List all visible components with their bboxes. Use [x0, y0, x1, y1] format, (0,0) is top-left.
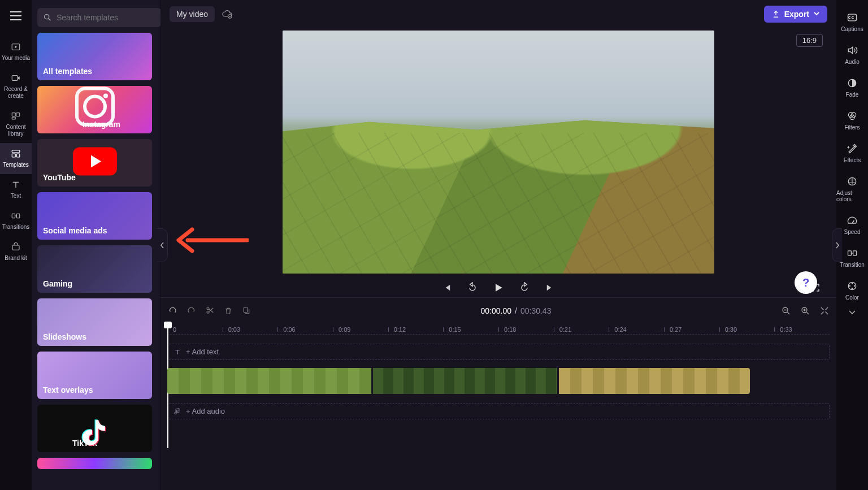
audio-track[interactable]: + Add audio [167, 403, 830, 419]
tick: 0:06 [277, 326, 333, 333]
youtube-icon [73, 148, 117, 176]
brandkit-icon [11, 242, 21, 252]
tool-adjust-colors[interactable]: Adjust colors [836, 170, 868, 209]
player-controls [160, 274, 836, 297]
zoom-in-button[interactable] [800, 306, 810, 316]
help-button[interactable]: ? [795, 271, 817, 294]
export-button[interactable]: Export [764, 6, 827, 23]
time-sep: / [515, 306, 517, 315]
fit-icon [819, 306, 830, 316]
skip-end-button[interactable] [545, 283, 555, 293]
tool-color[interactable]: Color [836, 274, 868, 307]
tool-captions[interactable]: Captions [836, 6, 868, 38]
tool-fade[interactable]: Fade [836, 71, 868, 104]
nav-your-media[interactable]: Your media [0, 36, 32, 67]
video-preview[interactable] [283, 31, 714, 274]
redo-button[interactable] [186, 306, 197, 316]
skip-previous-icon [442, 283, 452, 293]
text-icon [11, 180, 21, 190]
svg-rect-26 [853, 251, 857, 255]
nav-label: Record & create [0, 86, 32, 99]
forward-button[interactable] [519, 282, 530, 293]
transition-icon [847, 248, 858, 259]
undo-button[interactable] [167, 306, 177, 316]
search-input[interactable] [57, 13, 155, 22]
timeline: 00:00.00 / 00:30.43 0 0:03 0:06 0:09 0:1… [160, 297, 836, 490]
tick: 0:27 [664, 326, 719, 333]
tool-label: Color [845, 294, 859, 301]
templates-panel: All templates Instagram YouTube Social m… [32, 0, 160, 490]
cloud-sync-icon[interactable] [222, 10, 233, 19]
nav-brand-kit[interactable]: Brand kit [0, 236, 32, 267]
template-more[interactable] [37, 458, 152, 469]
search-input-wrap[interactable] [37, 8, 161, 27]
fit-button[interactable] [819, 306, 830, 316]
nav-label: Brand kit [5, 255, 27, 262]
template-slideshows[interactable]: Slideshows [37, 298, 152, 346]
tick: 0:30 [719, 326, 775, 333]
delete-button[interactable] [224, 306, 233, 316]
clip-3[interactable] [559, 368, 750, 394]
nav-label: Text [11, 193, 21, 200]
text-track[interactable]: + Add text [167, 344, 830, 360]
template-gaming[interactable]: Gaming [37, 245, 152, 293]
template-youtube[interactable]: YouTube [37, 139, 152, 187]
play-button[interactable] [493, 281, 504, 294]
tool-label: Effects [844, 157, 861, 163]
tool-effects[interactable]: Effects [836, 137, 868, 170]
duplicate-icon [242, 306, 251, 316]
record-icon [11, 73, 21, 83]
template-tiktok[interactable]: TikTok [37, 405, 152, 452]
cut-button[interactable] [206, 306, 215, 316]
tool-filters[interactable]: Filters [836, 104, 868, 137]
tick: 0 [167, 326, 223, 333]
clip-2[interactable] [373, 368, 557, 394]
template-list[interactable]: All templates Instagram YouTube Social m… [37, 33, 154, 490]
tool-audio[interactable]: Audio [836, 38, 868, 71]
template-text-overlays[interactable]: Text overlays [37, 352, 152, 399]
tick: 0:15 [443, 326, 498, 333]
nav-text[interactable]: Text [0, 174, 32, 205]
add-text-label: + Add text [186, 348, 219, 356]
project-name[interactable]: My video [170, 6, 215, 22]
right-panel-collapse-button[interactable] [832, 228, 842, 262]
audio-icon [847, 45, 858, 56]
svg-rect-6 [12, 154, 15, 157]
menu-button[interactable] [3, 3, 28, 28]
scissors-icon [206, 306, 215, 315]
clip-1[interactable] [167, 368, 371, 394]
nav-content-library[interactable]: Content library [0, 105, 32, 143]
svg-rect-3 [16, 113, 20, 116]
chevron-down-icon [814, 12, 819, 16]
svg-point-30 [852, 288, 853, 289]
nav-transitions[interactable]: Transitions [0, 205, 32, 236]
template-instagram[interactable]: Instagram [37, 86, 152, 133]
panel-collapse-button[interactable] [157, 228, 168, 262]
skip-start-button[interactable] [442, 283, 452, 293]
tiktok-icon [80, 418, 110, 449]
main-area: My video Export 16:9 ? [160, 0, 836, 490]
adjust-colors-icon [847, 176, 858, 187]
template-social-media-ads[interactable]: Social media ads [37, 192, 152, 240]
tool-more[interactable] [836, 307, 868, 318]
nav-record-create[interactable]: Record & create [0, 67, 32, 105]
aspect-ratio-button[interactable]: 16:9 [796, 34, 823, 47]
template-label: Social media ads [43, 226, 107, 235]
tool-label: Adjust colors [836, 190, 868, 202]
instagram-icon [75, 87, 115, 127]
timeline-ruler[interactable]: 0 0:03 0:06 0:09 0:12 0:15 0:18 0:21 0:2… [167, 324, 830, 335]
video-track[interactable] [167, 368, 750, 394]
rewind-button[interactable] [467, 282, 478, 293]
chevron-left-icon [160, 242, 164, 249]
svg-rect-9 [17, 214, 20, 218]
nav-templates[interactable]: Templates [0, 143, 32, 174]
chevron-down-icon [849, 310, 856, 315]
zoom-out-button[interactable] [781, 306, 791, 316]
template-all[interactable]: All templates [37, 33, 152, 80]
tick: 0:09 [333, 326, 388, 333]
duplicate-button[interactable] [242, 306, 251, 316]
rewind-5-icon [467, 282, 478, 293]
preview-zone: 16:9 [160, 28, 836, 274]
tick: 0:12 [388, 326, 444, 333]
svg-rect-25 [848, 251, 852, 255]
